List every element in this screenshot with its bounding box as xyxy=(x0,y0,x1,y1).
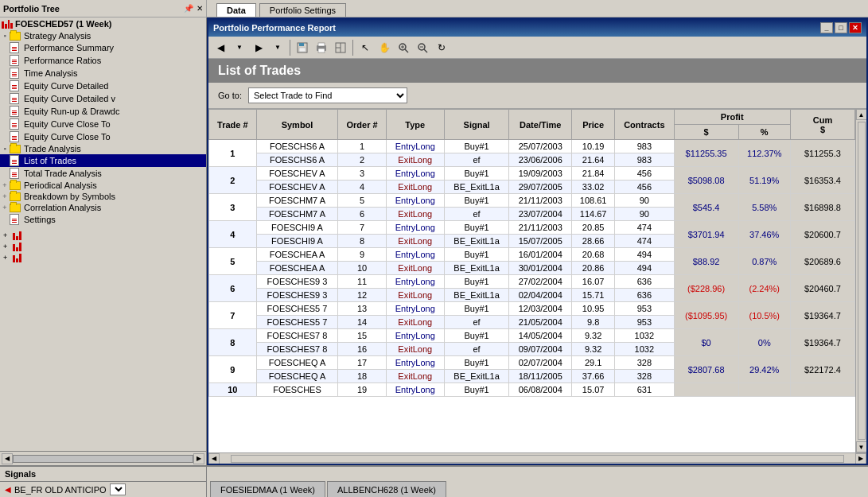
hand-button[interactable]: ✋ xyxy=(376,39,393,56)
foesched-label: FOESCHED57 (1 Week) xyxy=(15,19,111,29)
maximize-button[interactable]: □ xyxy=(835,22,847,33)
print-button[interactable] xyxy=(313,39,330,56)
price-9-entry: 29.1 xyxy=(572,356,615,370)
periodical-analysis-node[interactable]: + Periodical Analysis xyxy=(0,180,206,191)
trades-table-wrap[interactable]: Trade # Symbol Order # Type Signal Date/… xyxy=(208,109,855,452)
bar-icon-3 xyxy=(13,253,24,262)
trade-num-4: 4 xyxy=(209,221,257,248)
signal-9-exit: BE_ExitL1a xyxy=(444,370,509,383)
expand-trade[interactable]: ▪ xyxy=(0,145,10,153)
zoom-in-icon xyxy=(398,42,409,53)
tree-scroll[interactable]: ▪ Strategy Analysis Performance Summary … xyxy=(0,30,206,451)
expand-correlation[interactable]: + xyxy=(0,204,10,212)
trade-analysis-node[interactable]: ▪ Trade Analysis xyxy=(0,143,206,154)
correlation-node[interactable]: + Correlation Analysis xyxy=(0,202,206,213)
close-button[interactable]: ✕ xyxy=(849,22,862,33)
dropdown-arrow[interactable]: ▼ xyxy=(231,39,248,56)
report-title: Portfolio Performance Report xyxy=(213,23,336,33)
save-button[interactable] xyxy=(294,39,311,56)
symbol-7-exit: FOESCHES5 7 xyxy=(256,316,338,329)
close-top-icon[interactable]: ✕ xyxy=(197,4,203,13)
refresh-button[interactable]: ↻ xyxy=(433,39,450,56)
scroll-right-arrow[interactable]: ▶ xyxy=(193,453,204,464)
th-cum: Cum$ xyxy=(790,110,854,140)
zoom-out-icon xyxy=(417,42,428,53)
goto-select[interactable]: Select Trade to Find xyxy=(248,87,407,103)
pin-icon[interactable]: 📌 xyxy=(184,4,193,13)
datetime-8-entry: 14/05/2004 xyxy=(509,329,572,343)
nav-performance-summary[interactable]: Performance Summary xyxy=(0,41,206,54)
contracts-1-exit: 983 xyxy=(615,153,674,167)
nav-equity-detailed-v[interactable]: Equity Curve Detailed v xyxy=(0,92,206,105)
nav-equity-close-2[interactable]: Equity Curve Close To xyxy=(0,130,206,143)
signal-dropdown[interactable]: ▼ xyxy=(110,483,126,495)
datetime-9-exit: 18/11/2005 xyxy=(509,370,572,383)
v-scroll-track[interactable] xyxy=(858,122,866,440)
h-scrollbar-left[interactable] xyxy=(13,455,193,463)
plus-1: + xyxy=(3,231,11,239)
price-1-entry: 10.19 xyxy=(572,140,615,153)
nav-equity-close-1[interactable]: Equity Curve Close To xyxy=(0,118,206,130)
scroll-left-arrow[interactable]: ◀ xyxy=(2,453,13,464)
tree-extra-item-1[interactable]: + xyxy=(3,231,203,240)
h-scroll-track[interactable] xyxy=(231,455,844,463)
h-scroll-left[interactable]: ◀ xyxy=(208,453,220,464)
table-row: 8 FOESCHES7 8 15 EntryLong Buy#1 14/05/2… xyxy=(209,329,855,343)
folder-icon-breakdown xyxy=(10,192,24,201)
breakdown-node[interactable]: + Breakdown by Symbols xyxy=(0,191,206,202)
tab-allbench[interactable]: ALLBENCH628 (1 Week) xyxy=(327,481,446,497)
datetime-3-exit: 23/07/2004 xyxy=(509,208,572,221)
profit-dollar-5: $88.92 xyxy=(674,248,738,275)
type-2-exit: ExitLong xyxy=(386,181,444,194)
forward-button[interactable]: ▶ xyxy=(250,39,267,56)
back-button[interactable]: ◀ xyxy=(212,39,229,56)
zoom-in-button[interactable] xyxy=(395,39,412,56)
zoom-out-button[interactable] xyxy=(414,39,431,56)
nav-performance-ratios[interactable]: Performance Ratios xyxy=(0,54,206,67)
contracts-3-exit: 90 xyxy=(615,208,674,221)
cum-6: $20460.7 xyxy=(790,275,854,302)
report-content: List of Trades Go to: Select Trade to Fi… xyxy=(208,59,866,464)
window-controls: _ □ ✕ xyxy=(820,22,862,33)
nav-time-analysis[interactable]: Time Analysis xyxy=(0,67,206,80)
v-scroll-up[interactable]: ▲ xyxy=(856,109,867,120)
expand-periodical[interactable]: + xyxy=(0,181,10,189)
tree-extra-item-3[interactable]: + xyxy=(3,253,203,262)
expand-breakdown[interactable]: + xyxy=(0,192,10,200)
symbol-10-entry: FOESCHES xyxy=(256,383,338,397)
tab-data[interactable]: Data xyxy=(216,3,256,17)
correlation-label: Correlation Analysis xyxy=(24,203,101,212)
tree-extra-item-2[interactable]: + xyxy=(3,242,203,251)
nav-equity-runup[interactable]: Equity Run-up & Drawdc xyxy=(0,105,206,118)
contracts-9-entry: 328 xyxy=(615,356,674,370)
layout-button[interactable] xyxy=(332,39,349,56)
contracts-7-entry: 953 xyxy=(615,302,674,316)
page-icon-time xyxy=(10,68,24,79)
cursor-button[interactable]: ↖ xyxy=(356,39,374,56)
page-icon-settings xyxy=(10,214,24,225)
expand-strategy[interactable]: ▪ xyxy=(0,32,10,40)
strategy-analysis-node[interactable]: ▪ Strategy Analysis xyxy=(0,30,206,41)
goto-bar: Go to: Select Trade to Find xyxy=(208,83,866,109)
tab-portfolio-settings[interactable]: Portfolio Settings xyxy=(259,3,346,17)
forward-dropdown[interactable]: ▼ xyxy=(269,39,286,56)
type-4-exit: ExitLong xyxy=(386,235,444,248)
v-scroll-down[interactable]: ▼ xyxy=(856,441,867,452)
signal-5-entry: Buy#1 xyxy=(444,248,509,262)
tab-foesied[interactable]: FOESIEDMAA (1 Week) xyxy=(210,481,325,497)
order-6-entry: 11 xyxy=(338,275,386,289)
order-3-entry: 5 xyxy=(338,194,386,208)
page-icon-lot xyxy=(10,155,24,166)
h-scroll-right[interactable]: ▶ xyxy=(855,453,866,464)
type-7-entry: EntryLong xyxy=(386,302,444,316)
minimize-button[interactable]: _ xyxy=(820,22,833,33)
trade-num-8: 8 xyxy=(209,329,257,356)
nav-equity-detailed[interactable]: Equity Curve Detailed xyxy=(0,80,206,92)
price-5-entry: 20.68 xyxy=(572,248,615,262)
type-8-entry: EntryLong xyxy=(386,329,444,343)
nav-total-trade[interactable]: Total Trade Analysis xyxy=(0,167,206,180)
table-row: 3 FOESCHM7 A 5 EntryLong Buy#1 21/11/200… xyxy=(209,194,855,208)
nav-settings[interactable]: Settings xyxy=(0,213,206,226)
nav-list-of-trades[interactable]: List of Trades xyxy=(0,154,206,167)
type-10-entry: EntryLong xyxy=(386,383,444,397)
